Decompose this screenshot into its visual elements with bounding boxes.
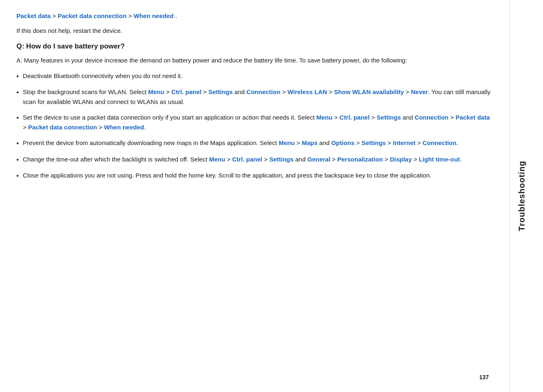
link-settings-3a[interactable]: Settings [377,114,401,121]
separator2: > [128,12,133,19]
link-packet-data-connection-3a[interactable]: Packet data connection [28,124,97,131]
page-number: 137 [479,374,489,380]
separator1: > [53,12,58,19]
bullet-text-3: Set the device to use a packet data conn… [23,113,493,132]
sidebar-label: Troubleshooting [517,161,527,231]
main-content: Packet data > Packet data connection > W… [0,0,509,392]
period1: . [175,12,177,19]
link-menu-2a[interactable]: Menu [148,88,164,95]
sidebar: Troubleshooting [509,0,534,392]
link-when-needed-top[interactable]: When needed [133,12,174,19]
bullet-list: Deactivate Bluetooth connectivity when y… [16,71,493,181]
link-light-timeout-5a[interactable]: Light time-out [419,156,460,163]
bullet-item-1: Deactivate Bluetooth connectivity when y… [16,71,493,82]
link-menu-4a[interactable]: Menu [278,139,295,146]
link-packet-data-connection-top[interactable]: Packet data connection [58,12,127,19]
link-packet-data-top[interactable]: Packet data [16,12,51,19]
link-connection-2a[interactable]: Connection [246,88,281,95]
bullet-text-2: Stop the background scans for WLAN. Sele… [23,87,493,107]
question-heading: Q: How do I save battery power? [16,42,493,51]
link-settings-2a[interactable]: Settings [209,88,233,95]
page-container: Packet data > Packet data connection > W… [0,0,543,392]
link-packet-data-3a[interactable]: Packet data [456,114,490,121]
link-ctrl-panel-5a[interactable]: Ctrl. panel [232,156,262,163]
link-when-needed-3a[interactable]: When needed [104,124,144,131]
link-options-4a[interactable]: Options [331,139,354,146]
link-settings-5a[interactable]: Settings [269,156,294,163]
intro-follow-up: If this does not help, restart the devic… [16,26,493,36]
link-maps-4a[interactable]: Maps [302,139,318,146]
link-connection-3a[interactable]: Connection [415,114,449,121]
bullet-text-6: Close the applications you are not using… [23,171,493,180]
bullet-text-5: Change the time-out after which the back… [23,154,493,164]
link-internet-4a[interactable]: Internet [393,139,416,146]
link-settings-4a[interactable]: Settings [361,139,386,146]
link-menu-5a[interactable]: Menu [209,156,225,163]
bullet-item-5: Change the time-out after which the back… [16,154,493,165]
bullet-text-4: Prevent the device from automatically do… [23,138,493,148]
link-menu-3a[interactable]: Menu [316,114,332,121]
link-show-wlan[interactable]: Show WLAN availability [334,88,404,95]
bullet-text-1: Deactivate Bluetooth connectivity when y… [23,71,493,81]
link-wireless-lan[interactable]: Wireless LAN [288,88,327,95]
link-connection-4a[interactable]: Connection [423,139,457,146]
bullet-item-6: Close the applications you are not using… [16,171,493,181]
link-ctrl-panel-3a[interactable]: Ctrl. panel [340,114,370,121]
intro-breadcrumb: Packet data > Packet data connection > W… [16,12,493,21]
link-never[interactable]: Never [411,88,428,95]
link-personalization-5a[interactable]: Personalization [337,156,383,163]
answer-intro: A: Many features in your device increase… [16,55,493,65]
bullet-item-2: Stop the background scans for WLAN. Sele… [16,87,493,107]
link-ctrl-panel-2a[interactable]: Ctrl. panel [171,88,201,95]
bullet-item-4: Prevent the device from automatically do… [16,138,493,149]
bullet-item-3: Set the device to use a packet data conn… [16,113,493,132]
link-general-5a[interactable]: General [307,156,330,163]
link-display-5a[interactable]: Display [390,156,412,163]
